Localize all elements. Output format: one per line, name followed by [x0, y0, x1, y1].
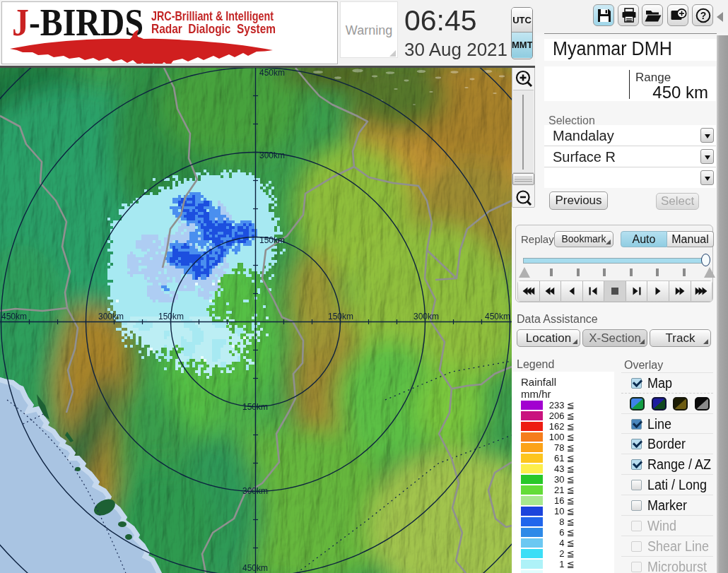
svg-text:J-BIRDS: J-BIRDS — [12, 2, 143, 44]
svg-text:JRC-Brilliant & Intelligent: JRC-Brilliant & Intelligent — [151, 8, 274, 23]
svg-text:300km: 300km — [259, 150, 285, 160]
svg-text:300km: 300km — [98, 312, 124, 321]
svg-text:?: ? — [700, 10, 707, 21]
svg-text:150km: 150km — [242, 402, 268, 412]
svg-text:300km: 300km — [413, 312, 439, 321]
svg-text:450km: 450km — [259, 68, 285, 78]
svg-text:450km: 450km — [485, 312, 510, 321]
svg-text:450km: 450km — [242, 563, 268, 573]
svg-text:450km: 450km — [1, 312, 27, 321]
svg-text:150km: 150km — [328, 312, 353, 321]
svg-text:150km: 150km — [259, 235, 285, 245]
svg-text:150km: 150km — [158, 312, 184, 321]
svg-text:300km: 300km — [242, 486, 268, 496]
svg-text:Radar Dialogic System: Radar Dialogic System — [151, 21, 276, 36]
